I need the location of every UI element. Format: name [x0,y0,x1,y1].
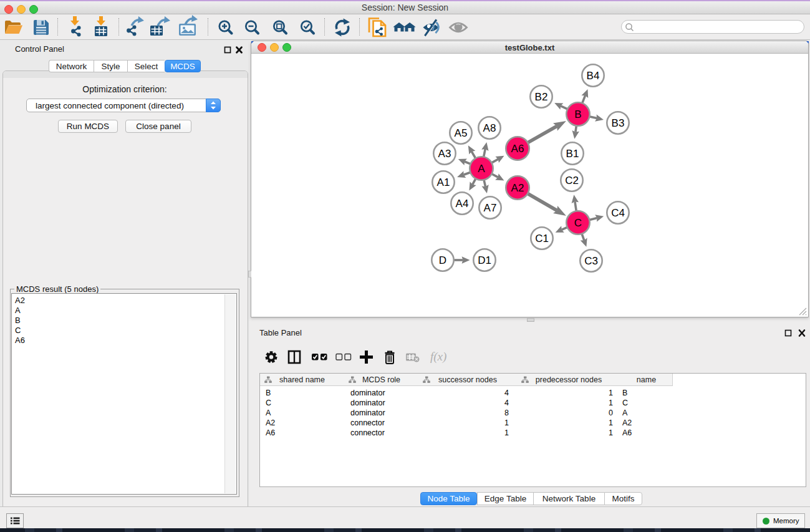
svg-text:B1: B1 [566,148,579,160]
svg-text:A4: A4 [456,198,469,210]
svg-text:C2: C2 [565,175,579,186]
svg-text:C: C [574,217,582,229]
svg-text:A5: A5 [455,127,468,139]
svg-text:B3: B3 [612,117,625,129]
svg-text:B: B [574,109,581,120]
svg-text:C4: C4 [611,207,625,219]
svg-text:A6: A6 [511,143,524,155]
svg-text:B4: B4 [587,70,600,82]
svg-text:D: D [439,254,446,266]
svg-text:A: A [478,163,485,175]
svg-text:C3: C3 [584,255,598,267]
svg-text:A3: A3 [438,148,451,160]
svg-text:A7: A7 [484,202,497,214]
svg-text:D1: D1 [478,254,491,266]
svg-text:C1: C1 [535,233,549,244]
svg-text:A1: A1 [437,177,450,188]
svg-text:B2: B2 [535,91,548,103]
svg-text:A2: A2 [511,182,524,194]
svg-text:A8: A8 [483,122,496,134]
